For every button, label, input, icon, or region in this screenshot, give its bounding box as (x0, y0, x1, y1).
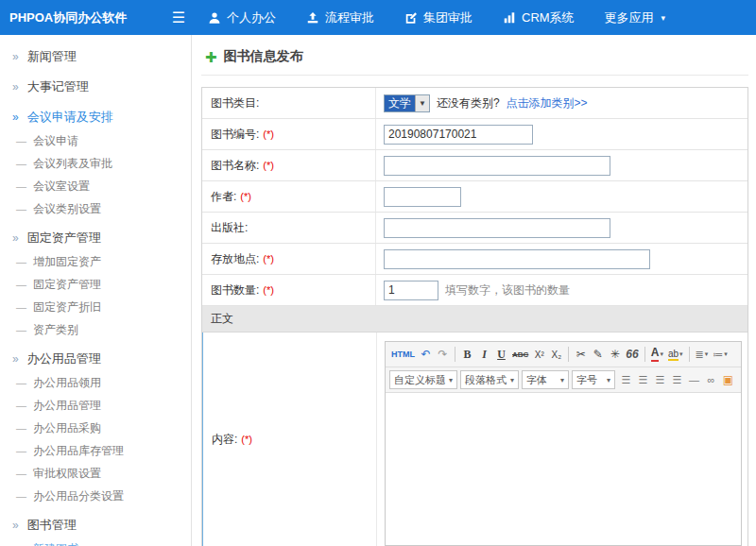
undo-button[interactable]: ↶ (418, 345, 434, 364)
sidebar-item-label: 办公用品分类设置 (33, 488, 124, 504)
sidebar-item-fixed-asset-manage[interactable]: —固定资产管理 (0, 273, 191, 296)
toolbar-separator (455, 347, 455, 362)
sidebar-item-supply-receive[interactable]: —办公用品领用 (0, 371, 191, 394)
sidebar-item-supply-category[interactable]: —办公用品分类设置 (0, 485, 191, 507)
chevron-right-icon: » (12, 232, 19, 244)
sidebar-group-toggle-memorabilia[interactable]: »大事记管理 (0, 74, 191, 99)
align-right-button[interactable]: ☰ (652, 370, 668, 389)
sidebar-group-toggle-office-supplies[interactable]: »办公用品管理 (0, 346, 191, 371)
editor-content-area[interactable] (386, 393, 741, 545)
sidebar-item-meeting-category-setting[interactable]: —会议类别设置 (0, 197, 191, 220)
redo-button[interactable]: ↷ (435, 345, 451, 364)
book-name-input[interactable] (384, 156, 610, 176)
font-size-select[interactable]: 字号▾ (572, 370, 615, 389)
nav-item-label: 个人办公 (227, 9, 276, 26)
highlight-color-button[interactable]: ab▾ (666, 345, 685, 364)
sidebar-item-add-fixed-asset[interactable]: —增加固定资产 (0, 250, 191, 273)
subscript-button[interactable]: X₂ (548, 345, 564, 364)
chevron-right-icon: » (12, 520, 19, 531)
superscript-button[interactable]: X² (531, 345, 547, 364)
sidebar-group-toggle-books[interactable]: »图书管理 (0, 512, 191, 537)
nav-item-label: 流程审批 (325, 9, 374, 26)
toolbar-separator (644, 347, 645, 362)
book-no-input[interactable] (384, 125, 533, 145)
custom-title-select[interactable]: 自定义标题▾ (389, 370, 457, 389)
sidebar-group-toggle-news[interactable]: »新闻管理 (0, 43, 191, 69)
sidebar-item-label: 会议申请 (33, 133, 78, 149)
location-input[interactable] (384, 249, 650, 269)
sidebar-group-toggle-fixed-assets[interactable]: »固定资产管理 (0, 225, 191, 250)
unordered-list-button[interactable]: ≔▾ (711, 345, 730, 364)
add-category-link[interactable]: 点击添加类别>> (507, 95, 588, 111)
sidebar-item-label: 办公用品采购 (33, 420, 101, 436)
horizontal-rule-button[interactable]: — (686, 370, 702, 389)
sidebar-item-supply-purchase[interactable]: —办公用品采购 (0, 417, 191, 439)
quantity-input[interactable] (384, 281, 438, 300)
sidebar-item-approval-permission[interactable]: —审批权限设置 (0, 462, 191, 485)
link-button[interactable]: ∞ (703, 370, 719, 389)
form-row-content: 内容: (*) HTML↶↷BIUABCX²X₂✂✎✳66A▾ab▾≣▾≔▾ 自… (201, 333, 747, 546)
sidebar-item-supply-stock[interactable]: —办公用品库存管理 (0, 439, 191, 462)
sidebar-item-meeting-apply[interactable]: —会议申请 (0, 129, 191, 152)
align-justify-icon: ☰ (673, 374, 682, 386)
dash-icon: — (16, 301, 26, 313)
hamburger-icon[interactable]: ☰ (159, 9, 198, 26)
nav-item-more-apps[interactable]: 更多应用▾ (605, 9, 666, 26)
dropdown-label: 自定义标题 (394, 373, 446, 387)
align-justify-button[interactable]: ☰ (669, 370, 685, 389)
sidebar-item-new-book[interactable]: —新建图书 (0, 537, 191, 546)
clear-format-button[interactable]: ✳ (607, 345, 623, 364)
nav-item-group-approval[interactable]: 集团审批 (404, 9, 472, 26)
eraser-button[interactable]: ✎ (590, 345, 606, 364)
sidebar-item-meeting-list-approval[interactable]: —会议列表及审批 (0, 152, 191, 175)
strikethrough-button[interactable]: ABC (510, 345, 530, 364)
chevron-right-icon: » (12, 51, 19, 62)
sidebar-item-fixed-asset-depreciation[interactable]: —固定资产折旧 (0, 296, 191, 318)
nav-item-crm-system[interactable]: CRM系统 (503, 9, 575, 26)
edit-square-icon (404, 11, 418, 25)
subscript-icon: X₂ (552, 350, 562, 360)
dash-icon: — (16, 158, 26, 169)
font-color-button[interactable]: A▾ (649, 345, 665, 364)
chevron-down-icon: ▾ (560, 376, 564, 384)
sidebar-group-news: »新闻管理 (0, 43, 191, 69)
bold-button[interactable]: B (459, 345, 475, 364)
main-content: ✚ 图书信息发布 图书类目: 文学 ▼ 还没有类别? 点击添加类别>> (192, 35, 756, 546)
sidebar-item-asset-category[interactable]: —资产类别 (0, 318, 191, 341)
align-left-button[interactable]: ☰ (618, 370, 634, 389)
chevron-right-icon: » (12, 111, 19, 123)
main-layout: »新闻管理»大事记管理»会议申请及安排—会议申请—会议列表及审批—会议室设置—会… (0, 35, 756, 546)
align-center-button[interactable]: ☰ (635, 370, 651, 389)
author-input[interactable] (384, 187, 461, 207)
unordered-list-icon: ≔ (713, 349, 723, 361)
format-painter-button[interactable]: ✂ (573, 345, 589, 364)
font-family-select[interactable]: 字体▾ (522, 370, 569, 389)
category-select[interactable]: 文学 ▼ (384, 94, 430, 112)
italic-button[interactable]: I (476, 345, 492, 364)
category-label: 图书类目: (211, 95, 259, 111)
strikethrough-icon: ABC (512, 350, 528, 359)
top-nav: 个人办公流程审批集团审批CRM系统更多应用▾ (208, 9, 665, 26)
nav-item-personal-office[interactable]: 个人办公 (208, 9, 276, 26)
sidebar-group-toggle-meeting[interactable]: »会议申请及安排 (0, 104, 191, 129)
sidebar-item-supply-manage[interactable]: —办公用品管理 (0, 394, 191, 417)
publisher-input[interactable] (384, 218, 610, 238)
emotion-button[interactable]: ☺ (737, 370, 741, 389)
user-icon (208, 11, 221, 25)
blockquote-button[interactable]: 66 (624, 345, 640, 364)
sidebar-item-meeting-room-setting[interactable]: —会议室设置 (0, 175, 191, 197)
ordered-list-button[interactable]: ≣▾ (694, 345, 711, 364)
horizontal-rule-icon: — (689, 374, 699, 385)
redo-icon: ↷ (438, 348, 447, 361)
paragraph-format-select[interactable]: 段落格式▾ (460, 370, 519, 389)
emotion-icon: ☺ (739, 373, 741, 386)
book-no-label: 图书编号: (211, 127, 259, 143)
required-mark: (*) (263, 128, 274, 140)
nav-item-process-approval[interactable]: 流程审批 (306, 9, 374, 26)
image-button[interactable]: ▣ (720, 370, 736, 389)
underline-button[interactable]: U (493, 345, 509, 364)
html-source-button[interactable]: HTML (389, 345, 417, 364)
sidebar-group-label: 会议申请及安排 (27, 109, 113, 126)
chevron-right-icon: » (12, 353, 19, 365)
dropdown-label: 字号 (576, 373, 597, 387)
